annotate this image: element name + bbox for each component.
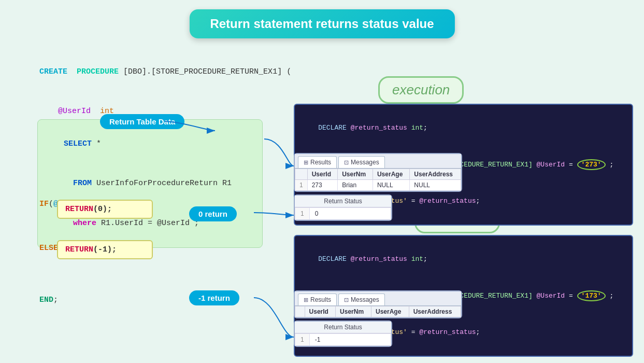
results-panel-2: ⊞ Results ⊡ Messages UserId UserNm UserA… [294, 290, 462, 318]
cell-userid: 273 [307, 180, 337, 191]
message-icon: ⊡ [344, 159, 349, 166]
return-status-table-2: 1 -1 [295, 333, 391, 346]
return-minus-box: RETURN(-1); [57, 240, 153, 259]
col-usernm: UserNm [338, 169, 373, 180]
results-table-1: UserId UserNm UserAge UserAddress 1 273 … [295, 169, 461, 191]
cell-rownum: 1 [295, 180, 308, 191]
return-status-header-1: Return Status [295, 196, 391, 207]
callout-minus1-return: -1 return [189, 290, 239, 305]
col-usernm-2: UserNm [336, 306, 371, 317]
table-row: 1 0 [295, 208, 391, 220]
return-status-header-2: Return Status [295, 322, 391, 333]
results-table-2: UserId UserNm UserAge UserAddress [295, 306, 461, 317]
cell-value: -1 [309, 334, 391, 346]
cell-usernm: Brian [338, 180, 373, 191]
results-tabs-2: ⊞ Results ⊡ Messages [295, 291, 461, 306]
col-userage: UserAge [373, 169, 409, 180]
results-tab-label: Results [310, 159, 331, 166]
messages-tab-label: Messages [351, 159, 379, 166]
grid-icon: ⊞ [304, 159, 308, 166]
col-useraddress-2: UserAddress [409, 306, 461, 317]
code-line-select: SELECT * [45, 124, 255, 164]
table-row: 1 -1 [295, 334, 391, 346]
results-tab-results[interactable]: ⊞ Results [298, 156, 337, 168]
col-userid-2: UserId [305, 306, 335, 317]
table-row: 1 273 Brian NULL NULL [295, 180, 461, 191]
col-userid: UserId [307, 169, 337, 180]
messages-tab-label-2: Messages [351, 296, 379, 303]
cell-value: 0 [309, 208, 391, 220]
end-line: END; [21, 280, 58, 320]
cell-rownum: 1 [295, 334, 310, 346]
results-tab-messages-2[interactable]: ⊡ Messages [338, 294, 385, 305]
cell-rownum: 1 [295, 208, 310, 220]
callout-return-table: Return Table Data [100, 114, 184, 129]
return-status-panel-2: Return Status 1 -1 [294, 320, 392, 347]
else-line: ELSE [21, 228, 58, 268]
col-userage-2: UserAge [371, 306, 409, 317]
return-status-panel-1: Return Status 1 0 [294, 194, 392, 221]
results-panel-1: ⊞ Results ⊡ Messages UserId UserNm UserA… [294, 153, 462, 192]
grid-icon-2: ⊞ [304, 297, 308, 303]
execution-label-1: execution [378, 76, 464, 104]
results-tab-label-2: Results [310, 296, 331, 303]
code-line-1: CREATE PROCEDURE [DBO].[STORE_PROCEDURE_… [21, 52, 290, 92]
results-tab-messages[interactable]: ⊡ Messages [338, 156, 385, 168]
cell-userage: NULL [373, 180, 409, 191]
results-tabs-1: ⊞ Results ⊡ Messages [295, 154, 461, 169]
results-tab-results-2[interactable]: ⊞ Results [298, 294, 337, 305]
col-rownum-2 [295, 306, 305, 317]
message-icon-2: ⊡ [344, 297, 349, 303]
return-status-table-1: 1 0 [295, 207, 391, 220]
return-zero-box: RETURN(0); [57, 200, 153, 219]
cell-useraddress: NULL [410, 180, 461, 191]
callout-0-return: 0 return [189, 206, 237, 221]
page-title: Return statement returns status value [189, 9, 454, 38]
col-useraddress: UserAddress [410, 169, 461, 180]
select-block: SELECT * FROM UserInfoForProcedureReturn… [37, 119, 263, 248]
col-rownum [295, 169, 308, 180]
